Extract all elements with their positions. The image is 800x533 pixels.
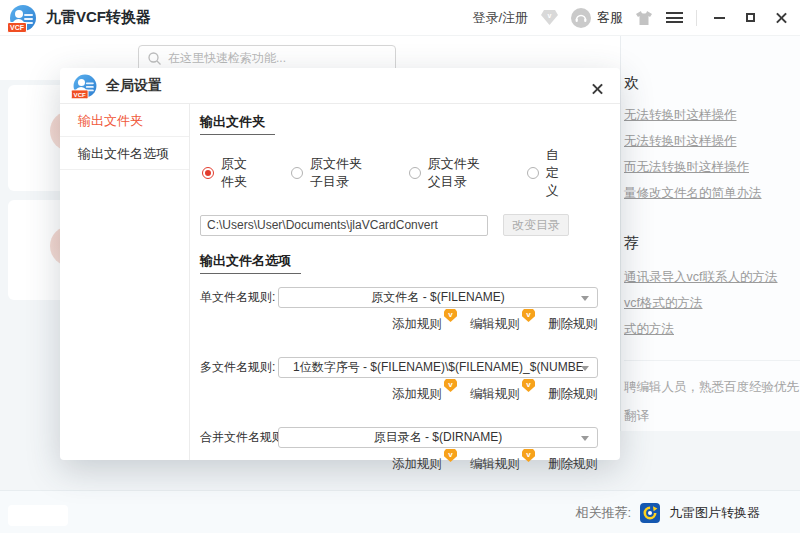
help-article-link[interactable]: 无法转换时这样操作 <box>624 107 800 124</box>
merge-filename-rule-block: 合并文件名规则: 原目录名 - $(DIRNAME) 添加规则 编辑规则 删除规… <box>200 427 606 473</box>
dialog-logo-icon: VCF <box>74 74 97 97</box>
help-article-link[interactable]: 式的方法 <box>624 321 800 338</box>
global-settings-dialog: VCF 全局设置 输出文件夹 输出文件名选项 输出文件夹 原文件夹 原文件夹子目… <box>60 68 620 460</box>
radio-source-folder[interactable]: 原文件夹 <box>202 155 255 191</box>
merge-filename-rule-select[interactable]: 原目录名 - $(DIRNAME) <box>278 427 598 448</box>
action-label: 添加规则 <box>392 317 442 331</box>
notice-text: 翻译 <box>624 408 800 425</box>
rule-label: 单文件名规则: <box>200 289 278 306</box>
logo-person-icon <box>78 78 85 85</box>
bottom-left-button[interactable] <box>8 505 68 526</box>
dropdown-value: 1位数字序号 - $(FILENAME)\$(FILENAME)_$(NUMBE… <box>293 359 583 376</box>
vip-badge-icon <box>522 309 535 322</box>
edit-rule-link[interactable]: 编辑规则 <box>470 386 533 403</box>
help-article-link[interactable]: 量修改文件名的简单办法 <box>624 185 800 202</box>
app-title: 九雷VCF转换器 <box>46 8 151 27</box>
vip-diamond-icon[interactable]: v <box>541 10 558 25</box>
logo-vcf-tag: VCF <box>71 89 89 99</box>
output-folder-heading: 输出文件夹 <box>200 113 275 135</box>
dropdown-value: 原目录名 - $(DIRNAME) <box>374 429 503 446</box>
close-icon <box>776 12 787 23</box>
rule-label: 合并文件名规则: <box>200 429 278 446</box>
action-label: 删除规则 <box>548 317 598 331</box>
action-label: 添加规则 <box>392 457 442 471</box>
logo-lines <box>86 82 94 84</box>
related-app-link[interactable]: 九雷图片转换器 <box>669 504 760 522</box>
radio-source-subfolder[interactable]: 原文件夹子目录 <box>291 155 373 191</box>
app-logo-icon: VCF <box>10 5 36 31</box>
multi-filename-rule-block: 多文件名规则: 1位数字序号 - $(FILENAME)\$(FILENAME)… <box>200 357 606 403</box>
maximize-icon <box>746 13 755 22</box>
output-path-field[interactable] <box>200 215 488 236</box>
add-rule-link[interactable]: 添加规则 <box>392 456 455 473</box>
minimize-button[interactable] <box>710 9 728 27</box>
svg-text:v: v <box>548 12 552 19</box>
titlebar-separator <box>696 10 697 26</box>
maximize-button[interactable] <box>741 9 759 27</box>
dialog-content: 输出文件夹 原文件夹 原文件夹子目录 原文件夹父目录 自定义 <box>190 104 620 460</box>
rule-label: 多文件名规则: <box>200 359 278 376</box>
filename-options-heading: 输出文件名选项 <box>200 252 301 274</box>
output-folder-radio-group: 原文件夹 原文件夹子目录 原文件夹父目录 自定义 <box>202 146 606 200</box>
vip-badge-icon <box>444 379 457 392</box>
logo-vcf-tag: VCF <box>7 22 27 33</box>
dialog-close-button[interactable] <box>588 79 606 97</box>
main-menu-button[interactable] <box>665 9 683 27</box>
search-placeholder: 在这里快速检索功能... <box>168 50 286 67</box>
dialog-sidebar: 输出文件夹 输出文件名选项 <box>60 104 190 460</box>
help-article-link[interactable]: vcf格式的方法 <box>624 295 800 312</box>
hamburger-icon <box>666 12 683 23</box>
radio-label: 原文件夹 <box>221 155 255 191</box>
vip-badge-icon <box>444 309 457 322</box>
delete-rule-link[interactable]: 删除规则 <box>548 316 598 333</box>
chevron-down-icon <box>581 296 589 301</box>
action-label: 编辑规则 <box>470 457 520 471</box>
close-icon <box>592 83 603 94</box>
sidebar-item-output-folder[interactable]: 输出文件夹 <box>60 104 189 137</box>
delete-rule-link[interactable]: 删除规则 <box>548 386 598 403</box>
help-article-link[interactable]: 无法转换时这样操作 <box>624 133 800 150</box>
notice-text: 聘编辑人员，熟悉百度经验优先 <box>624 379 800 396</box>
vip-badge-icon <box>522 379 535 392</box>
single-filename-rule-block: 单文件名规则: 原文件名 - $(FILENAME) 添加规则 编辑规则 删除规… <box>200 287 606 333</box>
action-label: 添加规则 <box>392 387 442 401</box>
dropdown-value: 原文件名 - $(FILENAME) <box>371 289 504 306</box>
chevron-down-icon <box>581 436 589 441</box>
edit-rule-link[interactable]: 编辑规则 <box>470 316 533 333</box>
search-icon <box>148 52 161 65</box>
minimize-icon <box>714 17 725 19</box>
right-panel-heading: 欢 <box>624 74 800 93</box>
logo-lines <box>24 14 33 16</box>
customer-service-avatar-icon[interactable] <box>571 8 591 28</box>
dialog-title: 全局设置 <box>106 77 162 95</box>
radio-dot <box>527 167 539 179</box>
action-label: 编辑规则 <box>470 387 520 401</box>
add-rule-link[interactable]: 添加规则 <box>392 316 455 333</box>
login-register-link[interactable]: 登录/注册 <box>472 9 528 27</box>
right-panel: 欢 无法转换时这样操作 无法转换时这样操作 而无法转换时这样操作 量修改文件名的… <box>620 36 800 431</box>
bottom-bar: 相关推荐: 九雷图片转换器 <box>0 490 800 533</box>
radio-source-parent-folder[interactable]: 原文件夹父目录 <box>409 155 491 191</box>
single-filename-rule-select[interactable]: 原文件名 - $(FILENAME) <box>278 287 598 308</box>
multi-filename-rule-select[interactable]: 1位数字序号 - $(FILENAME)\$(FILENAME)_$(NUMBE… <box>278 357 598 378</box>
right-panel-heading: 荐 <box>624 234 800 253</box>
action-label: 编辑规则 <box>470 317 520 331</box>
radio-dot <box>202 167 214 179</box>
radio-custom-folder[interactable]: 自定义 <box>527 146 570 200</box>
theme-skin-icon[interactable] <box>636 11 652 25</box>
edit-rule-link[interactable]: 编辑规则 <box>470 456 533 473</box>
sidebar-item-filename-options[interactable]: 输出文件名选项 <box>60 137 189 170</box>
close-window-button[interactable] <box>772 9 790 27</box>
radio-label: 原文件夹子目录 <box>310 155 373 191</box>
customer-service-label[interactable]: 客服 <box>597 9 623 27</box>
help-article-link[interactable]: 通讯录导入vcf联系人的方法 <box>624 269 800 286</box>
vip-badge-icon <box>522 449 535 462</box>
related-recommend-label: 相关推荐: <box>575 504 631 522</box>
help-article-link[interactable]: 而无法转换时这样操作 <box>624 159 800 176</box>
change-directory-button[interactable]: 改变目录 <box>503 214 569 236</box>
action-label: 删除规则 <box>548 457 598 471</box>
divider <box>624 360 800 361</box>
add-rule-link[interactable]: 添加规则 <box>392 386 455 403</box>
chevron-down-icon <box>581 366 589 371</box>
delete-rule-link[interactable]: 删除规则 <box>548 456 598 473</box>
